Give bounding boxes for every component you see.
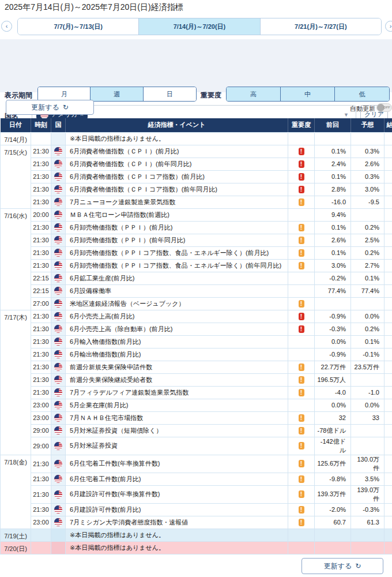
country-cell: [51, 145, 66, 158]
forecast-value-cell: [351, 529, 385, 541]
result-value-cell: [385, 132, 392, 145]
time-cell: 21:30: [31, 145, 51, 158]
refresh-button-bottom[interactable]: 更新する ↻: [301, 558, 383, 574]
table-row: 7/14(月)※本日掲載の指標はありません。: [1, 132, 392, 145]
importance-high-icon: !: [299, 173, 304, 181]
week-tab-1[interactable]: 7/14(月)～7/20(日): [139, 18, 260, 35]
event-name-cell: 7月フィラデルフィア連銀製造業景気指数: [66, 386, 288, 399]
forecast-value-cell: 0.2%: [351, 323, 385, 335]
result-value-cell: [385, 424, 392, 437]
forecast-value-cell: 0.3%: [351, 145, 385, 158]
event-name-cell: 前週分失業保険継続受給者数: [66, 373, 288, 386]
refresh-button-top[interactable]: 更新する ↻: [6, 100, 94, 115]
previous-value-cell: 60.7: [315, 516, 351, 529]
forecast-value-cell: -0.1%: [351, 348, 385, 361]
table-row: 7/16(水)20:00ＭＢＡ住宅ローン申請指数(前週比)9.4%: [1, 208, 392, 221]
previous-value-cell: [315, 541, 351, 554]
forecast-value-cell: 33: [351, 411, 385, 424]
date-cell: 7/17(木): [1, 310, 31, 455]
us-flag-icon: [54, 350, 62, 358]
importance-medium-icon: !: [299, 300, 304, 308]
importance-cell: !: [288, 221, 315, 234]
forecast-value-cell: -0.3%: [351, 503, 385, 516]
period-option-1[interactable]: 週: [91, 87, 143, 101]
country-cell: [51, 424, 66, 437]
forecast-value-cell: [351, 437, 385, 455]
time-cell: 29:00: [31, 437, 51, 455]
importance-option-0[interactable]: 高: [227, 87, 281, 101]
importance-cell: !: [288, 183, 315, 196]
previous-value-cell: 0.1%: [315, 221, 351, 234]
time-cell: 23:00: [31, 399, 51, 411]
importance-option-1[interactable]: 中: [281, 87, 335, 101]
previous-value-cell: -0.2%: [315, 272, 351, 284]
us-flag-icon: [54, 338, 62, 346]
us-flag-icon: [54, 442, 62, 450]
table-row: 7/20(日)※本日掲載の指標はありません。: [1, 541, 392, 554]
result-value-cell: [385, 284, 392, 297]
date-cell: 7/20(日): [1, 541, 31, 554]
country-cell: [51, 284, 66, 297]
time-cell: [31, 529, 51, 541]
importance-option-2[interactable]: 低: [335, 87, 389, 101]
country-cell: [51, 208, 66, 221]
us-flag-icon: [54, 376, 62, 384]
importance-medium-icon: !: [299, 237, 304, 244]
event-name-cell: 前週分新規失業保険申請件数: [66, 361, 288, 373]
column-header-0: 日付: [1, 118, 31, 132]
forecast-value-cell: 61.3: [351, 516, 385, 529]
forecast-value-cell: 139.0万件: [351, 485, 385, 503]
country-cell: [51, 183, 66, 196]
event-name-cell: 5月対米証券投資（短期債除く）: [66, 424, 288, 437]
time-cell: 22:15: [31, 272, 51, 284]
forecast-value-cell: 0.3%: [351, 170, 385, 183]
table-row: 29:005月対米証券投資（短期債除く）!-78億ドル: [1, 424, 392, 437]
importance-label: 重要度: [201, 91, 221, 100]
chevron-down-icon[interactable]: ▼: [344, 112, 349, 118]
prev-week-arrow-icon[interactable]: ‹: [1, 21, 12, 32]
forecast-value-cell: 3.0%: [351, 183, 385, 196]
forecast-value-cell: 2.7%: [351, 259, 385, 272]
table-row: 7/18(金)21:306月住宅着工件数(年率換算件数)!125.6万件130.…: [1, 455, 392, 473]
result-value-cell: [385, 541, 392, 554]
importance-medium-icon: !: [299, 490, 304, 498]
previous-value-cell: -2.0%: [315, 503, 351, 516]
result-value-cell: [385, 221, 392, 234]
forecast-value-cell: 77.4%: [351, 284, 385, 297]
previous-value-cell: 9.4%: [315, 208, 351, 221]
period-option-2[interactable]: 日: [144, 87, 196, 101]
result-value-cell: [385, 310, 392, 323]
forecast-value-cell: 0.0%: [351, 310, 385, 323]
previous-value-cell: 0.0%: [315, 335, 351, 348]
result-value-cell: [385, 234, 392, 246]
refresh-button-label: 更新する: [31, 103, 59, 113]
us-flag-icon: [54, 401, 62, 409]
event-name-cell: 5月企業在庫(前月比): [66, 399, 288, 411]
result-value-cell: [385, 516, 392, 529]
forecast-value-cell: 2.5%: [351, 234, 385, 246]
table-row: 21:306月建設許可件数(前月比)!-2.0%-0.3%: [1, 503, 392, 516]
column-header-7: 結果: [385, 118, 392, 132]
auto-refresh-toggle[interactable]: OFF: [376, 103, 392, 112]
importance-cell: !: [288, 196, 315, 208]
auto-refresh-label: 自動更新: [350, 104, 375, 113]
event-name-cell: 米地区連銀経済報告（ベージュブック）: [66, 297, 288, 310]
period-option-0[interactable]: 月: [38, 87, 91, 101]
us-flag-icon: [54, 490, 62, 499]
previous-value-cell: -0.3%: [315, 323, 351, 335]
week-tab-0[interactable]: 7/7(月)～7/13(日): [18, 18, 139, 35]
importance-medium-icon: !: [299, 198, 304, 206]
event-name-cell: 6月設備稼働率: [66, 284, 288, 297]
column-header-1: 時刻: [31, 118, 51, 132]
importance-cell: [288, 335, 315, 348]
week-tab-bar: 7/7(月)～7/13(日)7/14(月)～7/20(日)7/21(月)～7/2…: [17, 18, 382, 35]
column-header-3: 経済指標・イベント: [66, 118, 288, 132]
time-cell: 21:30: [31, 503, 51, 516]
previous-value-cell: -78億ドル: [315, 424, 351, 437]
event-name-cell: ※本日掲載の指標はありません。: [66, 529, 288, 541]
next-week-arrow-icon[interactable]: ›: [385, 21, 392, 32]
importance-button-group: 高中低: [226, 87, 390, 102]
table-row: 21:306月卸売物価指数（ＰＰＩ）(前月比)!0.1%0.2%: [1, 221, 392, 234]
importance-medium-icon: !: [299, 376, 304, 384]
week-tab-2[interactable]: 7/21(月)～7/27(日): [261, 18, 381, 35]
